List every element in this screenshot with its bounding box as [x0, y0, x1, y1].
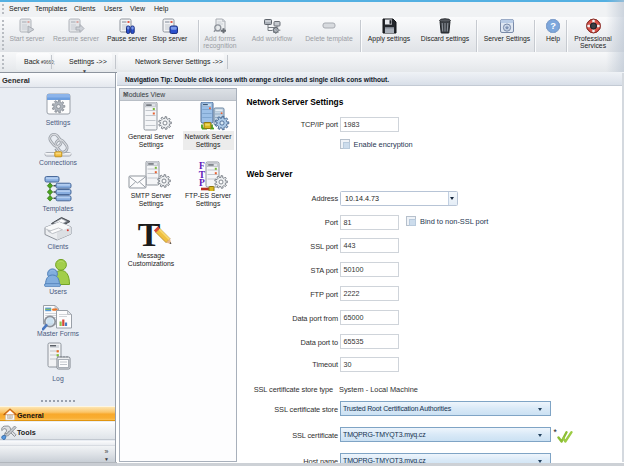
svg-text:T: T — [138, 221, 161, 251]
svg-text:?: ? — [550, 20, 556, 31]
svg-text:P: P — [199, 178, 205, 188]
